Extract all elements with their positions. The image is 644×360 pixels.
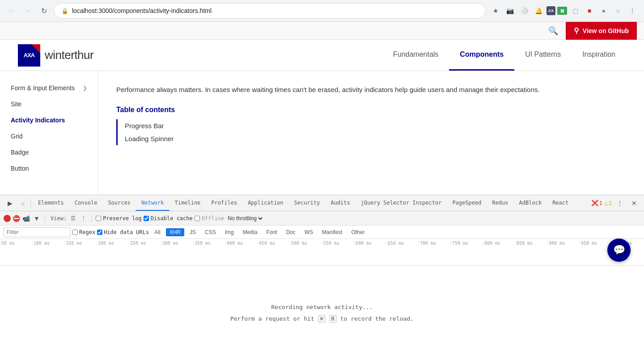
toc-item-loading-spinner[interactable]: Loading Spinner — [125, 132, 626, 145]
preserve-log-checkbox[interactable] — [96, 216, 101, 221]
extension-btn4[interactable]: ● — [597, 4, 610, 17]
reload-button[interactable]: ↻ — [38, 4, 50, 17]
timeline-ruler: 50 ms100 ms150 ms200 ms250 ms300 ms350 m… — [0, 239, 644, 246]
notifications-button[interactable]: 🔔 — [532, 4, 545, 17]
camera-button[interactable]: 📹 — [21, 214, 30, 223]
devtools-inspect-btn[interactable]: ▶ — [4, 197, 16, 209]
devtools-tab-elements[interactable]: Elements — [33, 195, 69, 211]
devtools-tab-security[interactable]: Security — [289, 195, 326, 211]
timeline-tick: 450 ms — [258, 241, 290, 246]
devtools-tab-react[interactable]: React — [547, 195, 574, 211]
offline-checkbox[interactable] — [195, 216, 200, 221]
timeline-tick: 400 ms — [225, 241, 258, 246]
search-button[interactable]: 🔍 — [546, 24, 560, 38]
separator2 — [45, 215, 45, 222]
devtools-tab-sources[interactable]: Sources — [102, 195, 136, 211]
filter-button[interactable]: ▼ — [32, 214, 41, 223]
devtools-device-btn[interactable]: ◽ — [16, 197, 29, 209]
back-button[interactable]: ← — [5, 4, 18, 17]
devtools-tab-timeline[interactable]: Timeline — [169, 195, 206, 211]
timeline-tick: 200 ms — [97, 241, 129, 246]
timeline-tick: 350 ms — [193, 241, 225, 246]
devtools-tab-adblock[interactable]: AdBlock — [514, 195, 547, 211]
empty-line1: Recording network activity... — [271, 301, 373, 313]
throttle-select[interactable]: No throttling — [226, 215, 264, 222]
timeline-tick: 500 ms — [290, 241, 322, 246]
nav-components[interactable]: Components — [449, 40, 514, 71]
devtools-tab-audits[interactable]: Audits — [325, 195, 355, 211]
record-button[interactable] — [4, 215, 11, 222]
devtools-tab-jquery[interactable]: jQuery Selector Inspector — [356, 195, 447, 211]
devtools-tab-network[interactable]: Network — [136, 195, 169, 211]
extension-btn3[interactable]: ■ — [583, 4, 596, 17]
filter-input[interactable] — [4, 227, 71, 237]
toc-item-progress-bar[interactable]: Progress Bar — [125, 119, 626, 132]
devtools-tabs-bar: ▶ ◽ Elements Console Sources Network Tim… — [0, 195, 644, 211]
browser-toolbar: ← → ↻ 🔒 localhost:3000/components/activi… — [0, 0, 644, 21]
utility-bar: 🔍 ⚲ View on GitHub — [0, 22, 644, 40]
view-list-btn[interactable]: ☰ — [68, 214, 77, 223]
timeline-tick: 750 ms — [451, 241, 483, 246]
preserve-log-label[interactable]: Preserve log — [96, 215, 142, 222]
sidebar-item-button[interactable]: Button — [0, 160, 98, 176]
filter-tag-js[interactable]: JS — [186, 228, 199, 236]
github-button[interactable]: ⚲ View on GitHub — [566, 22, 637, 40]
timeline-area: 50 ms100 ms150 ms200 ms250 ms300 ms350 m… — [0, 239, 644, 266]
filter-tag-other[interactable]: Other — [347, 228, 368, 236]
nav-inspiration[interactable]: Inspiration — [572, 40, 626, 71]
devtools-tab-redux[interactable]: Redux — [487, 195, 513, 211]
stop-button[interactable]: ⛔ — [13, 215, 20, 222]
devtools-close-btn[interactable]: ✕ — [628, 197, 640, 209]
hide-data-urls-checkbox[interactable] — [97, 230, 102, 235]
filter-tag-css[interactable]: CSS — [201, 228, 220, 236]
toc-list: Progress Bar Loading Spinner — [116, 119, 626, 145]
sidebar-item-form-input[interactable]: Form & Input Elements ❯ — [0, 80, 98, 96]
filter-tag-all[interactable]: All — [151, 228, 164, 236]
offline-label[interactable]: Offline — [195, 215, 225, 222]
extension-btn5[interactable]: ○ — [612, 4, 624, 17]
filter-tag-xhr[interactable]: XHR — [166, 228, 184, 236]
view-grid-btn[interactable]: ⋮ — [79, 214, 88, 223]
chat-button[interactable]: 💬 — [607, 239, 631, 262]
devtools-tab-pagespeed[interactable]: PageSpeed — [447, 195, 487, 211]
nav-fundamentals[interactable]: Fundamentals — [382, 40, 449, 71]
address-bar[interactable]: 🔒 localhost:3000/components/activity-ind… — [54, 3, 486, 18]
nav-ui-patterns[interactable]: UI Patterns — [514, 40, 572, 71]
filter-tag-font[interactable]: Font — [263, 228, 280, 236]
devtools-overflow-btn[interactable]: ⋮ — [614, 197, 626, 209]
regex-checkbox[interactable] — [72, 230, 78, 235]
logo-box — [18, 44, 40, 67]
filter-tag-img[interactable]: Img — [221, 228, 237, 236]
filter-tag-ws[interactable]: WS — [301, 228, 317, 236]
sidebar-item-grid[interactable]: Grid — [0, 128, 98, 144]
disable-cache-checkbox[interactable] — [144, 216, 149, 221]
network-empty-state: Recording network activity... Perform a … — [0, 266, 644, 360]
url-text: localhost:3000/components/activity-indic… — [72, 7, 478, 14]
forward-button[interactable]: → — [21, 4, 34, 17]
warning-icon: △ — [604, 200, 608, 206]
sidebar-item-badge[interactable]: Badge — [0, 144, 98, 160]
timeline-tick: 850 ms — [515, 241, 547, 246]
empty-line2: Perform a request or hit ⌘ R to record t… — [230, 313, 414, 325]
regex-label[interactable]: Regex — [72, 229, 95, 235]
screenshot-button[interactable]: 📷 — [504, 4, 516, 17]
sidebar-item-activity-indicators[interactable]: Activity Indicators — [0, 112, 98, 128]
devtools-tab-console[interactable]: Console — [69, 195, 103, 211]
extension-btn2[interactable]: ▢ — [569, 4, 581, 17]
filter-tag-doc[interactable]: Doc — [282, 228, 299, 236]
devtools-tab-application[interactable]: Application — [242, 195, 288, 211]
filter-tag-media[interactable]: Media — [239, 228, 261, 236]
r-key: R — [329, 315, 337, 323]
error-icon: ❌ — [591, 200, 598, 206]
main-nav: Fundamentals Components UI Patterns Insp… — [382, 40, 626, 71]
disable-cache-label[interactable]: Disable cache — [144, 215, 193, 222]
logo-text: winterthur — [45, 48, 93, 62]
hide-data-urls-label[interactable]: Hide data URLs — [97, 229, 149, 235]
filter-tag-manifest[interactable]: Manifest — [318, 228, 346, 236]
more-button[interactable]: ⋮ — [626, 4, 639, 17]
account-button[interactable]: ⚪ — [518, 4, 530, 17]
bookmark-button[interactable]: ★ — [489, 4, 502, 17]
timeline-tick: 100 ms — [32, 241, 64, 246]
sidebar-item-site[interactable]: Site — [0, 96, 98, 112]
devtools-tab-profiles[interactable]: Profiles — [206, 195, 242, 211]
